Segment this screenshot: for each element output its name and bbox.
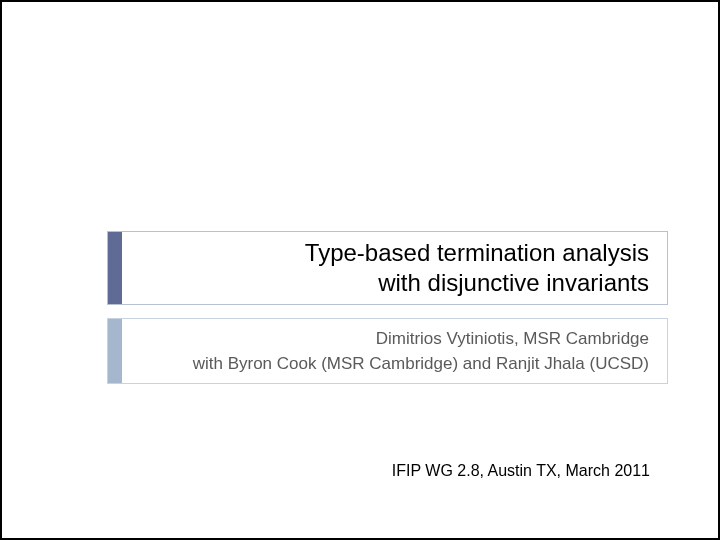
- subtitle-line-2: with Byron Cook (MSR Cambridge) and Ranj…: [193, 351, 649, 377]
- title-text: Type-based termination analysis with dis…: [122, 232, 667, 304]
- subtitle-text: Dimitrios Vytiniotis, MSR Cambridge with…: [122, 319, 667, 383]
- title-line-2: with disjunctive invariants: [378, 268, 649, 298]
- title-line-1: Type-based termination analysis: [305, 238, 649, 268]
- title-box: Type-based termination analysis with dis…: [107, 231, 668, 305]
- title-accent-bar: [108, 232, 122, 304]
- subtitle-accent-bar: [108, 319, 122, 383]
- subtitle-box: Dimitrios Vytiniotis, MSR Cambridge with…: [107, 318, 668, 384]
- slide-frame: Type-based termination analysis with dis…: [0, 0, 720, 540]
- footer-text: IFIP WG 2.8, Austin TX, March 2011: [107, 462, 668, 480]
- subtitle-line-1: Dimitrios Vytiniotis, MSR Cambridge: [376, 326, 649, 352]
